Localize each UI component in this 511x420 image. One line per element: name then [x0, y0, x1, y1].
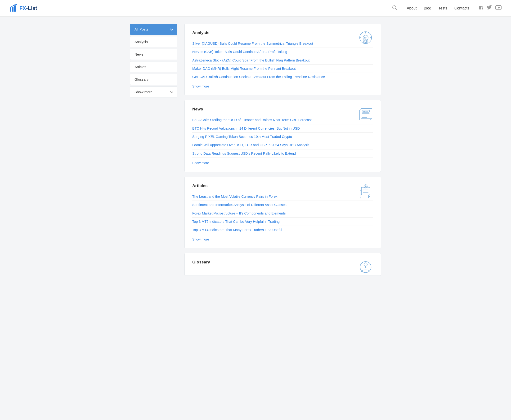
- glossary-icon: [357, 259, 374, 276]
- article-link[interactable]: Top 3 MT4 Indicators That Many Forex Tra…: [192, 226, 373, 234]
- news-show-more[interactable]: Show more: [192, 161, 209, 165]
- sidebar-item-all-posts[interactable]: All Posts: [130, 24, 177, 35]
- logo-icon: [9, 4, 18, 13]
- content-area: Analysis $ Silver (XAGUSD) Bulls Could R…: [185, 24, 381, 280]
- glossary-section: Glossary: [185, 253, 381, 276]
- header: FX-List About Blog Tests Contacts: [0, 0, 511, 16]
- article-link[interactable]: Maker DAO (MKR) Bulls Might Resume From …: [192, 65, 373, 73]
- sidebar-item-show-more[interactable]: Show more: [130, 86, 177, 98]
- news-title: News: [192, 107, 373, 112]
- article-link[interactable]: Nervos (CKB) Token Bulls Could Continue …: [192, 48, 373, 56]
- logo-text: FX-List: [19, 5, 37, 11]
- news-section: News NEWS BoFA Calls Sterling the "USD o…: [185, 100, 381, 172]
- article-link[interactable]: Sentiment and Intermarket Analysis of Di…: [192, 201, 373, 209]
- nav-blog[interactable]: Blog: [424, 6, 431, 10]
- chevron-down-icon: [170, 90, 173, 93]
- article-link[interactable]: Strong Data Readings Suggest USD's Recen…: [192, 150, 373, 158]
- svg-text:NEWS: NEWS: [363, 111, 368, 113]
- analysis-show-more[interactable]: Show more: [192, 84, 209, 88]
- svg-rect-2: [14, 5, 16, 12]
- article-link[interactable]: Surging PIXEL Gaming Token Becomes 10th …: [192, 133, 373, 141]
- article-link[interactable]: GBPCAD Bullish Continuation Seeks a Brea…: [192, 73, 373, 81]
- analysis-section: Analysis $ Silver (XAGUSD) Bulls Could R…: [185, 24, 381, 95]
- chevron-down-icon: [170, 27, 173, 30]
- youtube-icon[interactable]: [495, 5, 502, 11]
- nav-contacts[interactable]: Contacts: [454, 6, 469, 10]
- analysis-title: Analysis: [192, 30, 373, 35]
- article-link[interactable]: BTC Hits Record Valuations in 14 Differe…: [192, 124, 373, 133]
- sidebar-item-glossary[interactable]: Glossary: [130, 74, 177, 85]
- sidebar: All Posts Analysis News Articles Glossar…: [130, 24, 177, 99]
- article-link[interactable]: Top 3 MT5 Indicators That Can be Very He…: [192, 218, 373, 226]
- logo[interactable]: FX-List: [9, 4, 37, 13]
- analysis-icon: $: [357, 30, 374, 47]
- article-link[interactable]: The Least and the Most Volatile Currency…: [192, 193, 373, 201]
- article-link[interactable]: Loonie Will Appreciate Over USD, EUR and…: [192, 141, 373, 149]
- svg-rect-1: [12, 7, 14, 12]
- svg-text:$: $: [364, 37, 366, 39]
- search-button[interactable]: [392, 5, 397, 11]
- articles-show-more[interactable]: Show more: [192, 237, 209, 241]
- svg-rect-0: [10, 8, 11, 12]
- article-link[interactable]: Forex Market Microstructure – It's Compo…: [192, 209, 373, 218]
- article-link[interactable]: AstraZeneca Stock (AZN) Could Soar From …: [192, 56, 373, 65]
- twitter-icon[interactable]: [487, 5, 492, 11]
- articles-icon: [357, 183, 374, 200]
- main-container: All Posts Analysis News Articles Glossar…: [125, 16, 386, 288]
- social-icons: [479, 5, 502, 11]
- main-nav: About Blog Tests Contacts: [407, 6, 469, 10]
- svg-point-37: [364, 263, 367, 266]
- facebook-icon[interactable]: [479, 5, 484, 11]
- search-icon: [392, 5, 397, 10]
- article-link[interactable]: BoFA Calls Sterling the "USD of Europe" …: [192, 116, 373, 124]
- svg-rect-10: [364, 41, 365, 43]
- sidebar-item-articles[interactable]: Articles: [130, 61, 177, 72]
- article-link[interactable]: Silver (XAGUSD) Bulls Could Resume From …: [192, 39, 373, 48]
- nav-tests[interactable]: Tests: [439, 6, 447, 10]
- news-icon: NEWS: [357, 106, 374, 123]
- articles-title: Articles: [192, 184, 373, 188]
- nav-about[interactable]: About: [407, 6, 417, 10]
- svg-marker-7: [498, 6, 500, 9]
- sidebar-item-news[interactable]: News: [130, 49, 177, 60]
- articles-section: Articles The Least and the Most Volatile…: [185, 177, 381, 248]
- svg-point-4: [393, 6, 396, 9]
- svg-line-5: [395, 8, 397, 10]
- glossary-title: Glossary: [192, 260, 373, 265]
- sidebar-item-analysis[interactable]: Analysis: [130, 36, 177, 47]
- svg-rect-12: [367, 40, 368, 43]
